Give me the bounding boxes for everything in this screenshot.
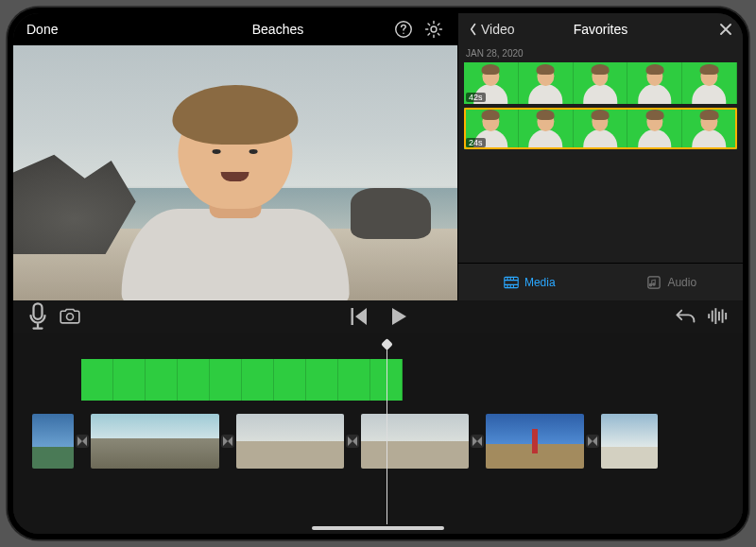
media-clip-thumb[interactable] (627, 108, 682, 149)
timeline-clip[interactable] (601, 414, 658, 469)
help-icon[interactable] (393, 19, 414, 40)
play-icon[interactable] (387, 305, 409, 328)
waveform-icon[interactable] (707, 305, 730, 328)
media-clip-thumb[interactable] (519, 108, 574, 149)
transition-icon (471, 435, 484, 448)
tab-media[interactable]: Media (458, 264, 601, 300)
timeline-playhead[interactable] (387, 342, 387, 524)
svg-rect-12 (725, 313, 727, 319)
media-browser: Video Favorites JAN 28, 2020 42s24s Medi… (457, 13, 743, 300)
svg-rect-10 (718, 312, 720, 321)
tab-audio[interactable]: Audio (601, 264, 744, 300)
svg-rect-4 (648, 276, 660, 287)
media-clip-thumb[interactable] (574, 108, 628, 149)
media-close-button[interactable] (718, 22, 733, 37)
ipad-device-frame: Done Beaches (7, 7, 749, 540)
svg-point-1 (403, 32, 404, 34)
timeline-overlay-clip[interactable] (274, 359, 306, 401)
microphone-icon[interactable] (26, 305, 49, 328)
timeline-overlay-clip[interactable] (242, 359, 274, 401)
timeline[interactable] (13, 333, 743, 534)
timeline-overlay-clip[interactable] (81, 359, 113, 401)
camera-icon[interactable] (59, 305, 81, 328)
media-clip-thumb[interactable] (519, 62, 574, 104)
timeline-main-track[interactable] (13, 414, 743, 469)
timeline-clip[interactable] (361, 414, 469, 469)
transition-icon (76, 435, 89, 448)
media-tabs: Media Audio (458, 263, 743, 300)
timeline-overlay-track[interactable] (81, 359, 403, 401)
timeline-overlay-clip[interactable] (113, 359, 146, 401)
media-date-label: JAN 28, 2020 (458, 45, 743, 62)
settings-gear-icon[interactable] (423, 19, 444, 40)
toolbar (13, 300, 743, 333)
media-clip-thumb[interactable] (682, 62, 737, 104)
media-clip-thumb[interactable] (682, 108, 737, 149)
timeline-overlay-clip[interactable] (338, 359, 370, 401)
home-indicator[interactable] (312, 526, 444, 530)
tab-audio-label: Audio (667, 276, 696, 289)
svg-rect-7 (708, 315, 710, 319)
done-button[interactable]: Done (26, 22, 58, 37)
timeline-overlay-clip[interactable] (210, 359, 242, 401)
filmstrip-icon (504, 276, 519, 289)
timeline-clip[interactable] (486, 414, 584, 469)
svg-rect-5 (34, 303, 43, 319)
top-row: Done Beaches (13, 13, 743, 300)
svg-rect-9 (714, 309, 716, 325)
media-back-label: Video (481, 22, 515, 37)
music-note-icon (646, 276, 662, 289)
timeline-clip[interactable] (236, 414, 344, 469)
preview-header: Done Beaches (13, 13, 457, 45)
timeline-clip[interactable] (91, 414, 219, 469)
close-icon (718, 22, 733, 37)
project-title: Beaches (136, 22, 420, 37)
timeline-transition[interactable] (74, 414, 91, 469)
svg-rect-3 (505, 277, 518, 287)
svg-rect-11 (722, 310, 724, 323)
timeline-overlay-clip[interactable] (306, 359, 338, 401)
transition-icon (586, 435, 599, 448)
timeline-transition[interactable] (584, 414, 601, 469)
media-clip-row[interactable]: 24s (464, 108, 737, 149)
skip-back-icon[interactable] (347, 305, 369, 328)
timeline-transition[interactable] (469, 414, 486, 469)
clip-duration-badge: 24s (466, 138, 486, 147)
undo-icon[interactable] (675, 305, 697, 328)
media-clip-thumb[interactable] (627, 62, 682, 104)
chevron-left-icon (468, 23, 479, 36)
transition-icon (221, 435, 234, 448)
transition-icon (346, 435, 359, 448)
preview-pane: Done Beaches (13, 13, 457, 300)
svg-point-2 (431, 26, 437, 32)
timeline-overlay-clip[interactable] (178, 359, 210, 401)
clip-duration-badge: 42s (466, 93, 486, 102)
media-browser-header: Video Favorites (458, 13, 743, 45)
media-clip-row[interactable]: 42s (464, 62, 737, 104)
timeline-overlay-clip[interactable] (146, 359, 178, 401)
timeline-clip[interactable] (32, 414, 74, 469)
media-clip-thumb[interactable] (574, 62, 628, 104)
timeline-transition[interactable] (219, 414, 236, 469)
timeline-transition[interactable] (344, 414, 361, 469)
tab-media-label: Media (524, 276, 556, 289)
app-screen: Done Beaches (13, 13, 743, 534)
media-clip-grid: 42s24s (458, 62, 743, 153)
media-back-button[interactable]: Video (468, 22, 515, 37)
video-preview[interactable] (13, 45, 457, 300)
svg-point-6 (67, 314, 74, 320)
playback-controls (347, 305, 409, 328)
svg-rect-8 (712, 311, 713, 322)
